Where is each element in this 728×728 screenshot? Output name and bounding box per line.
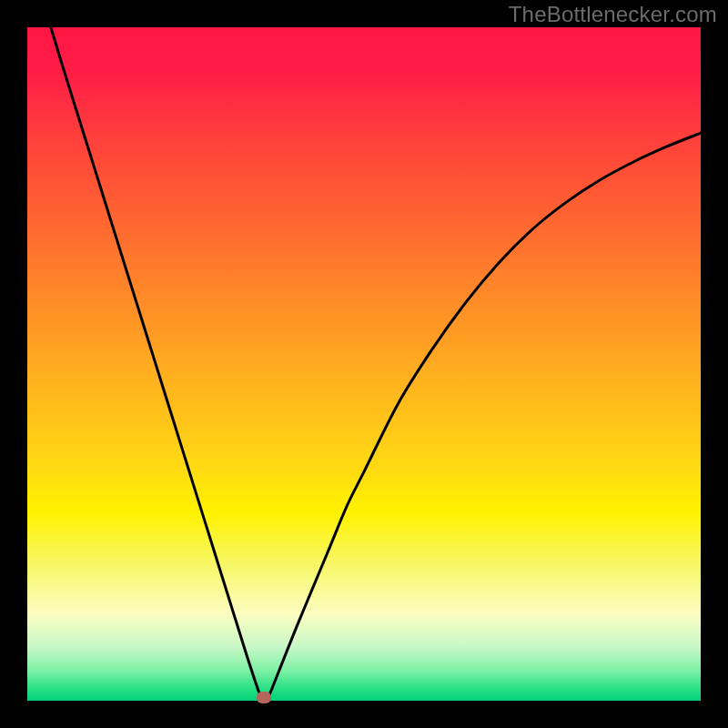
attribution-label: TheBottlenecker.com xyxy=(509,2,717,27)
chart-frame: TheBottlenecker.com xyxy=(0,0,728,728)
bottleneck-curve xyxy=(27,27,701,701)
optimal-point-marker xyxy=(257,692,271,703)
plot-area xyxy=(27,27,701,701)
